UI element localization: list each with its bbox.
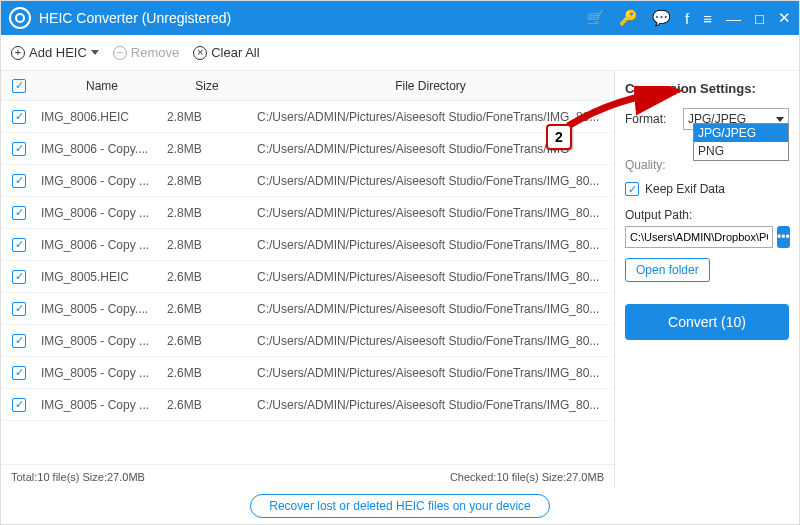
select-all-checkbox[interactable]: ✓ <box>12 79 26 93</box>
output-path-label: Output Path: <box>625 208 789 222</box>
row-size: 2.8MB <box>167 174 247 188</box>
row-size: 2.8MB <box>167 142 247 156</box>
file-table: ✓ Name Size File Directory ✓IMG_8006.HEI… <box>1 71 615 488</box>
row-name: IMG_8006 - Copy ... <box>37 174 167 188</box>
row-path: C:/Users/ADMIN/Pictures/Aiseesoft Studio… <box>247 238 614 252</box>
close-icon[interactable]: ✕ <box>778 9 791 27</box>
table-row[interactable]: ✓IMG_8006 - Copy ...2.8MBC:/Users/ADMIN/… <box>1 197 614 229</box>
x-icon: × <box>193 46 207 60</box>
footer: Recover lost or deleted HEIC files on yo… <box>1 488 799 524</box>
header-path[interactable]: File Directory <box>247 79 614 93</box>
key-icon[interactable]: 🔑 <box>619 9 638 27</box>
row-size: 2.8MB <box>167 110 247 124</box>
row-path: C:/Users/ADMIN/Pictures/Aiseesoft Studio… <box>247 110 614 124</box>
row-checkbox[interactable]: ✓ <box>12 398 26 412</box>
table-row[interactable]: ✓IMG_8006.HEIC2.8MBC:/Users/ADMIN/Pictur… <box>1 101 614 133</box>
cart-icon[interactable]: 🛒 <box>586 9 605 27</box>
row-checkbox[interactable]: ✓ <box>12 302 26 316</box>
row-checkbox[interactable]: ✓ <box>12 142 26 156</box>
table-row[interactable]: ✓IMG_8006 - Copy ...2.8MBC:/Users/ADMIN/… <box>1 229 614 261</box>
browse-button[interactable]: ••• <box>777 226 790 248</box>
row-path: C:/Users/ADMIN/Pictures/Aiseesoft Studio… <box>247 174 614 188</box>
table-row[interactable]: ✓IMG_8005 - Copy....2.6MBC:/Users/ADMIN/… <box>1 293 614 325</box>
convert-button[interactable]: Convert (10) <box>625 304 789 340</box>
table-row[interactable]: ✓IMG_8006 - Copy ...2.8MBC:/Users/ADMIN/… <box>1 165 614 197</box>
maximize-icon[interactable]: □ <box>755 10 764 27</box>
row-checkbox[interactable]: ✓ <box>12 110 26 124</box>
status-checked: Checked:10 file(s) Size:27.0MB <box>450 471 604 483</box>
menu-icon[interactable]: ≡ <box>703 10 712 27</box>
chevron-down-icon <box>91 50 99 55</box>
row-checkbox[interactable]: ✓ <box>12 270 26 284</box>
row-size: 2.8MB <box>167 238 247 252</box>
row-name: IMG_8005 - Copy.... <box>37 302 167 316</box>
keep-exif-label: Keep Exif Data <box>645 182 725 196</box>
row-path: C:/Users/ADMIN/Pictures/Aiseesoft Studio… <box>247 270 614 284</box>
chevron-down-icon <box>776 117 784 122</box>
clear-all-button[interactable]: × Clear All <box>193 45 259 60</box>
header-size[interactable]: Size <box>167 79 247 93</box>
row-size: 2.6MB <box>167 302 247 316</box>
row-name: IMG_8005 - Copy ... <box>37 366 167 380</box>
settings-heading: Conversion Settings: <box>625 81 789 96</box>
table-row[interactable]: ✓IMG_8005.HEIC2.6MBC:/Users/ADMIN/Pictur… <box>1 261 614 293</box>
row-size: 2.6MB <box>167 334 247 348</box>
row-size: 2.8MB <box>167 206 247 220</box>
remove-button[interactable]: − Remove <box>113 45 179 60</box>
output-path-input[interactable] <box>625 226 773 248</box>
format-dropdown[interactable]: JPG/JPEG PNG <box>693 123 789 161</box>
feedback-icon[interactable]: 💬 <box>652 9 671 27</box>
row-size: 2.6MB <box>167 270 247 284</box>
row-path: C:/Users/ADMIN/Pictures/Aiseesoft Studio… <box>247 398 614 412</box>
row-checkbox[interactable]: ✓ <box>12 238 26 252</box>
status-total: Total:10 file(s) Size:27.0MB <box>11 471 145 483</box>
row-name: IMG_8006 - Copy ... <box>37 206 167 220</box>
row-checkbox[interactable]: ✓ <box>12 366 26 380</box>
minus-icon: − <box>113 46 127 60</box>
quality-label: Quality: <box>625 158 677 172</box>
row-checkbox[interactable]: ✓ <box>12 174 26 188</box>
format-option-jpg[interactable]: JPG/JPEG <box>694 124 788 142</box>
row-checkbox[interactable]: ✓ <box>12 334 26 348</box>
row-size: 2.6MB <box>167 366 247 380</box>
app-logo-icon <box>9 7 31 29</box>
table-header: ✓ Name Size File Directory <box>1 71 614 101</box>
row-name: IMG_8005.HEIC <box>37 270 167 284</box>
row-name: IMG_8006 - Copy.... <box>37 142 167 156</box>
table-row[interactable]: ✓IMG_8005 - Copy ...2.6MBC:/Users/ADMIN/… <box>1 389 614 421</box>
plus-icon: + <box>11 46 25 60</box>
conversion-settings-panel: Conversion Settings: Format: JPG/JPEG JP… <box>615 71 799 488</box>
row-name: IMG_8005 - Copy ... <box>37 334 167 348</box>
statusbar: Total:10 file(s) Size:27.0MB Checked:10 … <box>1 464 614 488</box>
table-row[interactable]: ✓IMG_8005 - Copy ...2.6MBC:/Users/ADMIN/… <box>1 357 614 389</box>
row-name: IMG_8006 - Copy ... <box>37 238 167 252</box>
annotation-step-badge: 2 <box>546 124 572 150</box>
table-row[interactable]: ✓IMG_8005 - Copy ...2.6MBC:/Users/ADMIN/… <box>1 325 614 357</box>
format-label: Format: <box>625 112 677 126</box>
row-checkbox[interactable]: ✓ <box>12 206 26 220</box>
format-option-png[interactable]: PNG <box>694 142 788 160</box>
row-path: C:/Users/ADMIN/Pictures/Aiseesoft Studio… <box>247 206 614 220</box>
header-name[interactable]: Name <box>37 79 167 93</box>
keep-exif-checkbox[interactable]: ✓ <box>625 182 639 196</box>
add-heic-button[interactable]: + Add HEIC <box>11 45 99 60</box>
table-row[interactable]: ✓IMG_8006 - Copy....2.8MBC:/Users/ADMIN/… <box>1 133 614 165</box>
open-folder-button[interactable]: Open folder <box>625 258 710 282</box>
window-title: HEIC Converter (Unregistered) <box>39 10 586 26</box>
row-name: IMG_8005 - Copy ... <box>37 398 167 412</box>
recover-button[interactable]: Recover lost or deleted HEIC files on yo… <box>250 494 549 518</box>
row-path: C:/Users/ADMIN/Pictures/Aiseesoft Studio… <box>247 366 614 380</box>
row-name: IMG_8006.HEIC <box>37 110 167 124</box>
row-path: C:/Users/ADMIN/Pictures/Aiseesoft Studio… <box>247 334 614 348</box>
row-size: 2.6MB <box>167 398 247 412</box>
facebook-icon[interactable]: f <box>685 10 689 27</box>
row-path: C:/Users/ADMIN/Pictures/Aiseesoft Studio… <box>247 302 614 316</box>
minimize-icon[interactable]: — <box>726 10 741 27</box>
toolbar: + Add HEIC − Remove × Clear All <box>1 35 799 71</box>
titlebar: HEIC Converter (Unregistered) 🛒 🔑 💬 f ≡ … <box>1 1 799 35</box>
